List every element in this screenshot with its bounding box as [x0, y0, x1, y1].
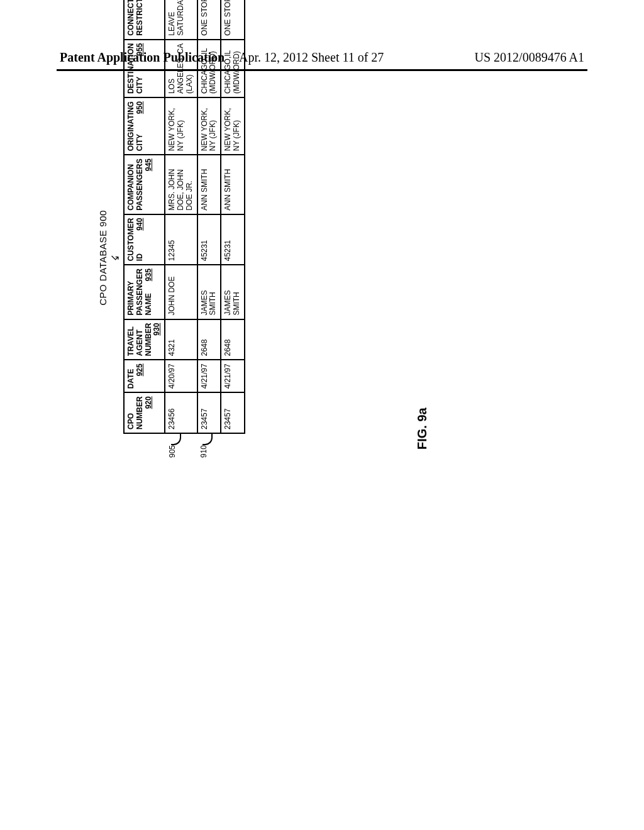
- col-header-cpo: CPONUMBER920: [124, 392, 165, 433]
- cell-agent: 4321: [165, 319, 197, 360]
- patent-sheet-page: Patent Application Publication Apr. 12, …: [0, 0, 644, 830]
- table-with-callouts: 905 910 CPONUMBER920 DATE925 T: [123, 82, 245, 434]
- database-title: CPO DATABASE 900: [97, 82, 108, 434]
- col-header-cust: CUSTOMERID940: [124, 214, 165, 265]
- row-ref-label: 910: [199, 445, 208, 458]
- col-label: DATE: [126, 369, 135, 389]
- cell-cpo: 23457: [197, 392, 221, 433]
- col-header-conn: CONNECTIONRESTRICTIONS960: [124, 0, 165, 40]
- col-ref: 950: [136, 101, 145, 116]
- col-label: COMPANIONPASSENGERS: [126, 158, 144, 210]
- col-header-agent: TRAVELAGENTNUMBER930: [124, 319, 165, 360]
- cell-orig: NEW YORK,NY (JFK): [197, 97, 221, 155]
- cell-dest: CHICAGO, IL(MDW/ORD): [197, 40, 221, 97]
- cell-comp: ANN SMITH: [221, 155, 245, 214]
- title-arrow-row: ↳: [112, 82, 123, 434]
- col-ref: 920: [145, 396, 153, 411]
- cell-dest: LOSANGELES, CA(LAX): [165, 40, 197, 97]
- cell-orig: NEW YORK,NY (JFK): [221, 97, 245, 155]
- table-row: 23456 4/20/97 4321 JOHN DOE 12345 MRS. J…: [165, 0, 197, 433]
- cell-name: JAMESSMITH: [197, 265, 221, 319]
- col-ref: 940: [136, 218, 145, 233]
- cell-dest: CHICAGO,IL(MDW/ORD): [221, 40, 245, 97]
- col-header-comp: COMPANIONPASSENGERS945: [124, 155, 165, 214]
- cell-conn: ONE STOP: [197, 0, 221, 40]
- cell-conn: ONE STOP: [221, 0, 245, 40]
- cell-date: 4/20/97: [165, 360, 197, 392]
- col-header-orig: ORIGINATINGCITY950: [124, 97, 165, 155]
- cell-date: 4/21/97: [197, 360, 221, 392]
- cell-cust: 45231: [221, 214, 245, 265]
- row-ref-label: 905: [168, 445, 177, 458]
- callout-hook-icon: [203, 434, 213, 445]
- cpo-database-table: CPONUMBER920 DATE925 TRAVELAGENTNUMBER93…: [123, 0, 245, 434]
- col-ref: 935: [145, 268, 153, 284]
- col-label: CONNECTIONRESTRICTIONS: [126, 0, 144, 36]
- curved-arrow-icon: ↳: [109, 252, 121, 263]
- cell-agent: 2648: [197, 319, 221, 360]
- col-label: TRAVELAGENTNUMBER: [126, 323, 153, 357]
- cell-cust: 12345: [165, 214, 197, 265]
- cell-name: JOHN DOE: [165, 265, 197, 319]
- row-callouts: 905 910: [123, 434, 245, 456]
- cell-name: JAMESSMITH: [221, 265, 245, 319]
- col-ref: 930: [153, 323, 162, 338]
- table-header-row: CPONUMBER920 DATE925 TRAVELAGENTNUMBER93…: [124, 0, 165, 433]
- col-header-name: PRIMARYPASSENGERNAME935: [124, 265, 165, 319]
- callout-hook-icon: [171, 434, 181, 445]
- col-header-date: DATE925: [124, 360, 165, 392]
- col-label: CPONUMBER: [126, 396, 144, 429]
- cell-orig: NEW YORK,NY (JFK): [165, 97, 197, 155]
- cell-comp: MRS. JOHNDOE, JOHNDOE JR.: [165, 155, 197, 214]
- cell-conn: LEAVESATURDAY: [165, 0, 197, 40]
- header-right: US 2012/0089476 A1: [475, 50, 584, 65]
- col-ref: 925: [136, 363, 145, 379]
- cell-comp: ANN SMITH: [197, 155, 221, 214]
- cell-date: 4/21/97: [221, 360, 245, 392]
- cell-cust: 45231: [197, 214, 221, 265]
- cell-cpo: 23456: [165, 392, 197, 433]
- figure-caption: FIG. 9a: [415, 407, 430, 450]
- table-row: 23457 4/21/97 2648 JAMESSMITH 45231 ANN …: [221, 0, 245, 433]
- col-ref: 945: [145, 158, 153, 174]
- figure-rotated-block: CPO DATABASE 900 ↳ 905 910: [97, 82, 245, 434]
- header-middle: Apr. 12, 2012 Sheet 11 of 27: [239, 50, 384, 65]
- table-row: 23457 4/21/97 2648 JAMESSMITH 45231 ANN …: [197, 0, 221, 433]
- cell-cpo: 23457: [221, 392, 245, 433]
- col-ref: 955: [136, 43, 145, 58]
- cell-agent: 2648: [221, 319, 245, 360]
- col-header-dest: DESTINATIONCITY955: [124, 40, 165, 97]
